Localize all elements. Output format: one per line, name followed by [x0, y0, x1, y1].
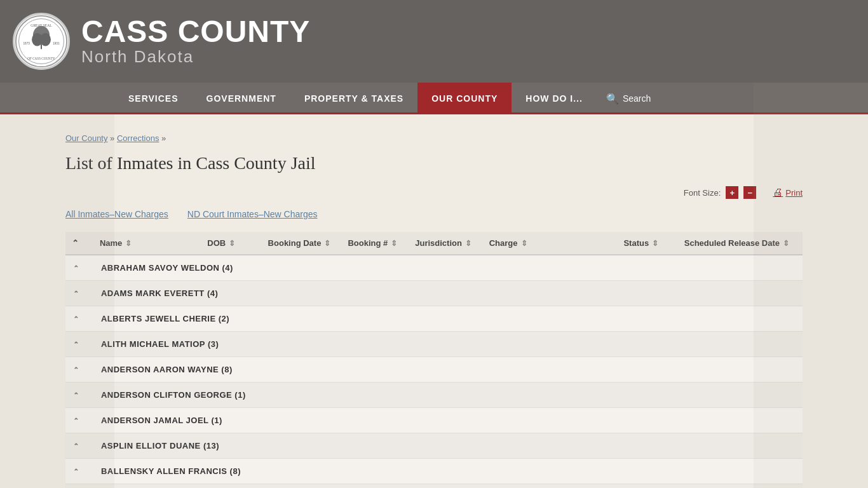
sort-booking-date-icon[interactable]: ⇕	[324, 239, 330, 248]
th-status: Status ⇕	[617, 232, 677, 255]
page-title: List of Inmates in Cass County Jail	[65, 153, 803, 173]
county-seal: GREAT SEAL OF CASS COUNTY 1873 1931	[13, 13, 70, 70]
site-header: GREAT SEAL OF CASS COUNTY 1873 1931 CASS…	[0, 0, 868, 83]
th-status-label: Status	[623, 238, 649, 248]
expand-icon-cell: ⌃	[65, 484, 93, 489]
inmate-name-cell: BARBOUR GABRIEL EDWARD (4)	[93, 484, 803, 489]
th-charge-label: Charge	[489, 238, 518, 248]
th-booking-date-label: Booking Date	[268, 238, 322, 248]
table-row[interactable]: ⌃ ANDERSON JAMAL JOEL (1)	[65, 408, 803, 433]
table-row[interactable]: ⌃ ALITH MICHAEL MATIOP (3)	[65, 332, 803, 357]
county-name: CASS COUNTY	[81, 17, 310, 47]
nav-items: SERVICES GOVERNMENT PROPERTY & TAXES OUR…	[114, 83, 855, 114]
breadcrumb-sep1: »	[107, 133, 116, 143]
nav-government[interactable]: GOVERNMENT	[193, 83, 290, 114]
inmate-name-cell: ALITH MICHAEL MATIOP (3)	[93, 332, 803, 357]
expand-icon-cell: ⌃	[65, 306, 93, 332]
expand-icon-cell: ⌃	[65, 383, 93, 408]
chevron-up-icon: ⌃	[73, 366, 79, 374]
svg-text:OF CASS COUNTY: OF CASS COUNTY	[27, 57, 55, 60]
th-booking-num: Booking # ⇕	[341, 232, 409, 255]
th-jurisdiction: Jurisdiction ⇕	[409, 232, 482, 255]
th-charge: Charge ⇕	[483, 232, 618, 255]
state-name: North Dakota	[81, 47, 310, 67]
chevron-up-icon: ⌃	[73, 391, 79, 400]
th-booking-num-label: Booking #	[348, 238, 388, 248]
font-increase-button[interactable]: +	[726, 186, 738, 199]
svg-text:1873: 1873	[23, 42, 30, 45]
chevron-up-icon: ⌃	[73, 315, 79, 323]
expand-icon-cell: ⌃	[65, 281, 93, 306]
chevron-up-icon: ⌃	[73, 442, 79, 451]
th-dob-label: DOB	[207, 238, 226, 248]
inmate-name-cell: BALLENSKY ALLEN FRANCIS (8)	[93, 459, 803, 484]
inmate-list: ⌃ ABRAHAM SAVOY WELDON (4) ⌃ ADAMS MARK …	[65, 255, 803, 488]
sort-name-icon[interactable]: ⇕	[125, 239, 132, 248]
th-name-label: Name	[100, 238, 122, 248]
svg-text:1931: 1931	[53, 42, 60, 45]
nav-property-taxes[interactable]: PROPERTY & TAXES	[290, 83, 417, 114]
chevron-up-icon: ⌃	[73, 264, 79, 273]
table-row[interactable]: ⌃ ALBERTS JEWELL CHERIE (2)	[65, 306, 803, 332]
nav-search[interactable]: 🔍 Search	[597, 93, 660, 105]
sort-charge-icon[interactable]: ⇕	[521, 239, 527, 248]
breadcrumb: Our County » Corrections »	[65, 133, 803, 143]
printer-icon: 🖨	[773, 187, 783, 198]
search-icon: 🔍	[606, 93, 619, 105]
th-release-date-label: Scheduled Release Date	[684, 238, 780, 248]
table-row[interactable]: ⌃ ANDERSON AARON WAYNE (8)	[65, 357, 803, 383]
search-label[interactable]: Search	[623, 93, 651, 104]
expand-icon-cell: ⌃	[65, 332, 93, 357]
table-row[interactable]: ⌃ BALLENSKY ALLEN FRANCIS (8)	[65, 459, 803, 484]
breadcrumb-root[interactable]: Our County	[65, 133, 107, 143]
chevron-up-icon: ⌃	[73, 290, 79, 298]
expand-all-icon[interactable]: ⌃	[72, 238, 79, 248]
expand-icon-cell: ⌃	[65, 408, 93, 433]
inmate-name-cell: ANDERSON CLIFTON GEORGE (1)	[93, 383, 803, 408]
sort-booking-num-icon[interactable]: ⇕	[391, 239, 397, 248]
th-expand: ⌃	[65, 232, 93, 255]
nav-bar: SERVICES GOVERNMENT PROPERTY & TAXES OUR…	[0, 83, 868, 114]
table-row[interactable]: ⌃ BARBOUR GABRIEL EDWARD (4)	[65, 484, 803, 489]
logo-area: GREAT SEAL OF CASS COUNTY 1873 1931 CASS…	[13, 13, 310, 70]
table-header: ⌃ Name ⇕ DOB ⇕ Booki	[65, 232, 803, 255]
nav-how-do-i[interactable]: HOW DO I...	[512, 83, 597, 114]
th-jurisdiction-label: Jurisdiction	[415, 238, 462, 248]
sort-jurisdiction-icon[interactable]: ⇕	[465, 239, 471, 248]
toolbar: Font Size: + − 🖨 Print	[65, 186, 803, 199]
inmate-name-cell: ALBERTS JEWELL CHERIE (2)	[93, 306, 803, 332]
nav-services[interactable]: SERVICES	[114, 83, 193, 114]
tab-nd-court-inmates[interactable]: ND Court Inmates–New Charges	[187, 209, 318, 219]
table-row[interactable]: ⌃ ANDERSON CLIFTON GEORGE (1)	[65, 383, 803, 408]
table-row[interactable]: ⌃ ASPLIN ELLIOT DUANE (13)	[65, 433, 803, 459]
sort-release-date-icon[interactable]: ⇕	[783, 239, 789, 248]
chevron-up-icon: ⌃	[73, 417, 79, 425]
breadcrumb-child[interactable]: Corrections	[117, 133, 159, 143]
svg-point-6	[40, 33, 51, 46]
font-size-label: Font Size:	[684, 188, 721, 198]
inmate-name-cell: ASPLIN ELLIOT DUANE (13)	[93, 433, 803, 459]
expand-icon-cell: ⌃	[65, 433, 93, 459]
inmate-table: ⌃ Name ⇕ DOB ⇕ Booki	[65, 232, 803, 488]
th-release-date: Scheduled Release Date ⇕	[678, 232, 803, 255]
expand-icon-cell: ⌃	[65, 459, 93, 484]
inmate-name-cell: ANDERSON AARON WAYNE (8)	[93, 357, 803, 383]
inmate-name-cell: ANDERSON JAMAL JOEL (1)	[93, 408, 803, 433]
sort-status-icon[interactable]: ⇕	[652, 239, 658, 248]
table-row[interactable]: ⌃ ABRAHAM SAVOY WELDON (4)	[65, 255, 803, 281]
expand-icon-cell: ⌃	[65, 357, 93, 383]
print-button[interactable]: 🖨 Print	[773, 187, 803, 198]
tab-all-inmates[interactable]: All Inmates–New Charges	[65, 209, 168, 219]
th-dob: DOB ⇕	[201, 232, 261, 255]
expand-icon-cell: ⌃	[65, 255, 93, 281]
sort-dob-icon[interactable]: ⇕	[229, 239, 235, 248]
inmate-name-cell: ADAMS MARK EVERETT (4)	[93, 281, 803, 306]
th-name: Name ⇕	[93, 232, 201, 255]
tabs-bar: All Inmates–New Charges ND Court Inmates…	[65, 209, 803, 219]
nav-our-county[interactable]: OUR COUNTY	[417, 83, 512, 114]
font-decrease-button[interactable]: −	[743, 186, 756, 199]
content-wrapper: Our County » Corrections » List of Inmat…	[53, 114, 815, 488]
table-row[interactable]: ⌃ ADAMS MARK EVERETT (4)	[65, 281, 803, 306]
chevron-up-icon: ⌃	[73, 341, 79, 349]
county-title: CASS COUNTY North Dakota	[81, 17, 310, 67]
